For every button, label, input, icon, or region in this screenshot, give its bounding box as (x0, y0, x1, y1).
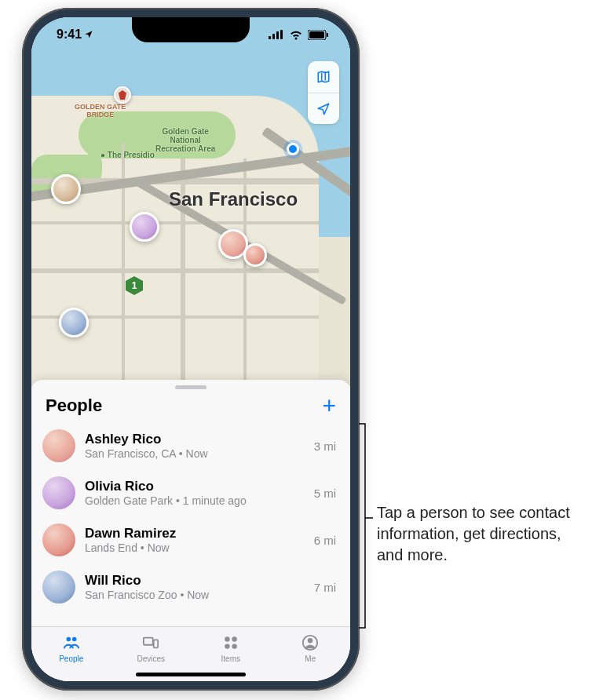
items-icon (221, 634, 241, 653)
poi-label-presidio: ● The Presidio (100, 151, 155, 159)
current-location-dot[interactable] (287, 143, 299, 155)
map-locate-button[interactable] (308, 93, 339, 124)
person-name: Ashley Rico (85, 431, 305, 447)
person-info: Olivia RicoGolden Gate Park • 1 minute a… (85, 478, 305, 509)
callout-text: Tap a person to see contact information,… (377, 502, 581, 566)
notch (132, 17, 250, 42)
tab-label: Devices (137, 654, 165, 663)
poi-pin-golden-gate-bridge[interactable] (114, 86, 131, 104)
sheet-title: People (46, 396, 102, 416)
tab-label: People (59, 654, 83, 663)
screen: 9:41 (31, 17, 350, 681)
map-icon (316, 70, 331, 84)
svg-rect-2 (276, 31, 279, 39)
tab-items[interactable]: Items (191, 627, 271, 670)
svg-point-16 (308, 638, 312, 643)
poi-label-recreation-area: Golden Gate National Recreation Area (155, 127, 215, 153)
tab-people[interactable]: People (31, 627, 111, 670)
person-distance: 5 mi (314, 487, 336, 500)
svg-point-12 (232, 636, 236, 641)
svg-point-13 (225, 643, 229, 648)
person-row[interactable]: Ashley RicoSan Francisco, CA • Now3 mi (31, 422, 350, 469)
svg-rect-0 (269, 36, 271, 39)
person-row[interactable]: Will RicoSan Francisco Zoo • Now7 mi (31, 563, 350, 611)
avatar (42, 476, 75, 509)
avatar (42, 429, 75, 462)
sheet-grabber[interactable] (175, 385, 206, 389)
person-subtitle: San Francisco Zoo • Now (85, 589, 305, 603)
map-avatar[interactable] (243, 243, 267, 267)
me-icon (300, 634, 320, 653)
status-time: 9:41 (57, 27, 82, 42)
person-row[interactable]: Olivia RicoGolden Gate Park • 1 minute a… (31, 469, 350, 516)
person-name: Olivia Rico (85, 478, 305, 494)
map-avatar[interactable] (59, 308, 89, 337)
tab-label: Me (305, 654, 316, 663)
tab-devices[interactable]: Devices (111, 627, 192, 670)
svg-rect-3 (280, 30, 283, 39)
person-info: Ashley RicoSan Francisco, CA • Now (85, 431, 305, 461)
tab-label: Items (221, 654, 240, 663)
svg-rect-10 (154, 640, 159, 647)
svg-rect-5 (309, 31, 324, 38)
avatar (42, 523, 75, 556)
wifi-icon (289, 30, 303, 40)
poi-label-golden-gate-bridge: GOLDEN GATE BRIDGE (75, 104, 126, 119)
devices-icon (141, 634, 161, 653)
map-mode-button[interactable] (308, 61, 339, 93)
location-arrow-icon (316, 102, 331, 116)
map-avatar[interactable] (130, 212, 159, 242)
svg-rect-1 (272, 34, 275, 39)
person-distance: 7 mi (314, 581, 336, 594)
person-distance: 6 mi (314, 534, 336, 547)
svg-point-11 (225, 636, 229, 641)
person-name: Dawn Ramirez (85, 525, 305, 541)
map-controls (308, 61, 339, 124)
tab-me[interactable]: Me (271, 627, 351, 670)
person-subtitle: San Francisco, CA • Now (85, 447, 305, 461)
person-subtitle: Lands End • Now (85, 541, 305, 556)
people-icon (61, 634, 82, 653)
location-arrow-icon (84, 30, 93, 39)
map-avatar[interactable] (51, 174, 81, 204)
cellular-icon (269, 30, 284, 39)
person-name: Will Rico (85, 572, 305, 589)
person-row[interactable]: Dawn RamirezLands End • Now6 mi (31, 516, 350, 563)
person-info: Will RicoSan Francisco Zoo • Now (85, 572, 305, 603)
svg-point-8 (72, 637, 77, 642)
svg-point-7 (66, 637, 71, 642)
map[interactable]: GOLDEN GATE BRIDGE Golden Gate National … (31, 17, 350, 386)
status-indicators (269, 30, 328, 40)
phone-frame: 9:41 (22, 8, 360, 691)
svg-rect-6 (327, 33, 328, 37)
person-distance: 3 mi (314, 439, 336, 453)
avatar (42, 571, 75, 603)
person-subtitle: Golden Gate Park • 1 minute ago (85, 494, 305, 509)
svg-point-14 (232, 643, 236, 648)
battery-icon (308, 30, 328, 40)
svg-rect-9 (144, 638, 153, 645)
callout-bracket (357, 424, 375, 628)
add-person-button[interactable]: + (322, 394, 336, 417)
map-city-label: San Francisco (169, 188, 298, 210)
person-info: Dawn RamirezLands End • Now (85, 525, 305, 556)
home-indicator[interactable] (136, 673, 246, 676)
